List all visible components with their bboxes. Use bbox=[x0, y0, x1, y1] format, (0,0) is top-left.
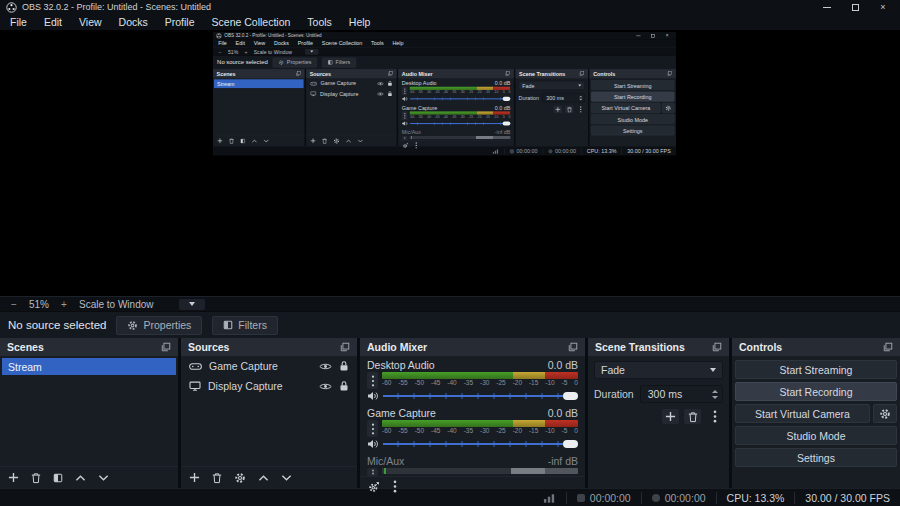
bitrate-status bbox=[487, 148, 504, 154]
channel-level: 0.0 dB bbox=[548, 407, 578, 419]
popout-icon bbox=[579, 71, 584, 76]
remove-transition-button[interactable] bbox=[684, 409, 701, 424]
channel-name: Desktop Audio bbox=[367, 359, 435, 371]
move-scene-up-button[interactable] bbox=[75, 474, 86, 482]
mixer-channel-game-capture: Game Capture 0.0 dB -60-55-50-45-40-35-3… bbox=[360, 404, 585, 450]
sources-header: Sources bbox=[181, 338, 357, 356]
menu-file[interactable]: File bbox=[10, 16, 27, 28]
cpu-label: CPU: 13.3% bbox=[727, 492, 785, 504]
source-item-display-capture: Display Capture bbox=[306, 89, 397, 99]
mixer-menu-kebab-icon[interactable] bbox=[393, 480, 397, 493]
transition-properties-kebab-icon[interactable] bbox=[706, 409, 723, 424]
menu-view[interactable]: View bbox=[79, 16, 102, 28]
spin-up-icon bbox=[712, 390, 718, 393]
duration-spinbox[interactable]: 300 ms bbox=[640, 385, 723, 403]
virtual-camera-config-button bbox=[662, 103, 674, 113]
menu-edit[interactable]: Edit bbox=[44, 16, 62, 28]
properties-button[interactable]: Properties bbox=[116, 316, 202, 335]
source-properties-button[interactable] bbox=[234, 472, 246, 484]
source-properties-button bbox=[333, 138, 339, 144]
scenes-toolbar bbox=[0, 466, 178, 488]
title-bar: OBS 32.0.2 - Profile: Untitled - Scenes:… bbox=[213, 32, 676, 39]
scene-transitions-header: Scene Transitions bbox=[588, 338, 729, 356]
source-item-game-capture[interactable]: Game Capture bbox=[181, 356, 357, 376]
scenes-list: Stream bbox=[0, 356, 178, 488]
filters-button[interactable]: Filters bbox=[212, 316, 278, 335]
virtual-camera-config-button[interactable] bbox=[873, 404, 897, 423]
channel-level: 0.0 dB bbox=[495, 80, 511, 86]
controls-header: Controls bbox=[590, 69, 676, 78]
source-item-label: Display Capture bbox=[208, 380, 283, 392]
channel-menu-button[interactable] bbox=[367, 372, 378, 389]
advanced-audio-gear-icon[interactable] bbox=[368, 481, 380, 493]
move-source-up-button[interactable] bbox=[258, 474, 269, 482]
window-title: OBS 32.0.2 - Profile: Untitled - Scenes:… bbox=[224, 33, 321, 38]
speaker-icon bbox=[402, 121, 408, 126]
title-bar: OBS 32.0.2 - Profile: Untitled - Scenes:… bbox=[0, 0, 900, 14]
audio-mixer-title: Audio Mixer bbox=[367, 341, 427, 353]
scale-mode-dropdown[interactable] bbox=[179, 299, 205, 310]
fps-label: 30.00 / 30.00 FPS bbox=[627, 148, 671, 154]
add-scene-button[interactable] bbox=[8, 472, 19, 483]
speaker-icon[interactable] bbox=[367, 391, 379, 401]
visibility-eye-icon bbox=[377, 91, 384, 96]
menu-tools[interactable]: Tools bbox=[307, 16, 332, 28]
start-virtual-camera-button[interactable]: Start Virtual Camera bbox=[735, 404, 870, 423]
mixer-channel-desktop-audio: Desktop Audio 0.0 dB -60-55-50-45-40-35-… bbox=[360, 356, 585, 402]
advanced-audio-gear-icon bbox=[402, 142, 408, 148]
duration-spin-arrows[interactable] bbox=[708, 386, 722, 402]
cpu-usage: CPU: 13.3% bbox=[717, 492, 795, 504]
channel-menu-button[interactable] bbox=[367, 420, 378, 437]
volume-slider bbox=[410, 96, 510, 101]
source-item-display-capture[interactable]: Display Capture bbox=[181, 376, 357, 396]
chevron-down-icon bbox=[710, 368, 716, 372]
scene-filters-button[interactable] bbox=[53, 473, 63, 483]
volume-slider[interactable] bbox=[383, 439, 578, 449]
close-button[interactable]: × bbox=[878, 2, 888, 12]
volume-slider[interactable] bbox=[383, 391, 578, 401]
volume-slider-handle[interactable] bbox=[563, 392, 578, 400]
preview-canvas[interactable]: OBS 32.0.2 - Profile: Untitled - Scenes:… bbox=[0, 30, 900, 296]
start-streaming-button[interactable]: Start Streaming bbox=[735, 360, 897, 379]
move-source-down-button[interactable] bbox=[281, 474, 292, 482]
dock-area: Scenes Stream Sour bbox=[213, 69, 676, 146]
menu-profile[interactable]: Profile bbox=[165, 16, 195, 28]
remove-scene-button[interactable] bbox=[31, 472, 41, 484]
remove-source-button[interactable] bbox=[212, 472, 222, 484]
studio-mode-button[interactable]: Studio Mode bbox=[735, 426, 897, 445]
menu-bar: File Edit View Docks Profile Scene Colle… bbox=[213, 39, 676, 47]
settings-button[interactable]: Settings bbox=[735, 448, 897, 467]
obs-window: OBS 32.0.2 - Profile: Untitled - Scenes:… bbox=[0, 0, 900, 506]
visibility-eye-icon[interactable] bbox=[319, 382, 332, 391]
minimize-button[interactable] bbox=[822, 2, 832, 12]
volume-slider-handle[interactable] bbox=[563, 440, 578, 448]
start-recording-button[interactable]: Start Recording bbox=[735, 382, 897, 401]
menu-scene-collection[interactable]: Scene Collection bbox=[212, 16, 291, 28]
sources-title: Sources bbox=[310, 71, 331, 77]
scenes-header: Scenes bbox=[213, 69, 305, 78]
gamepad-icon bbox=[310, 81, 317, 86]
move-scene-down-button[interactable] bbox=[98, 474, 109, 482]
add-source-button[interactable] bbox=[189, 472, 200, 483]
zoom-out-button[interactable]: − bbox=[8, 299, 20, 310]
restore-button[interactable] bbox=[850, 2, 860, 12]
popout-icon bbox=[161, 342, 171, 352]
filters-icon bbox=[328, 60, 333, 65]
visibility-eye-icon[interactable] bbox=[319, 362, 332, 371]
lock-icon[interactable] bbox=[339, 360, 349, 372]
transition-select[interactable]: Fade bbox=[594, 361, 723, 379]
menu-docks[interactable]: Docks bbox=[119, 16, 148, 28]
zoom-in-button[interactable]: + bbox=[58, 299, 70, 310]
channel-menu-button[interactable] bbox=[367, 468, 378, 476]
lock-icon[interactable] bbox=[339, 380, 349, 392]
popout-icon bbox=[340, 342, 350, 352]
sources-list: Game Capture Display Capture bbox=[306, 78, 397, 146]
speaker-icon[interactable] bbox=[367, 439, 379, 449]
scene-item-stream[interactable]: Stream bbox=[2, 358, 176, 375]
volume-meter bbox=[382, 420, 578, 427]
menu-help[interactable]: Help bbox=[349, 16, 371, 28]
obs-logo-icon bbox=[216, 33, 222, 39]
preview-zoom-bar: − 51% + Scale to Window bbox=[213, 47, 676, 55]
add-transition-button[interactable] bbox=[662, 409, 679, 424]
scale-mode-label: Scale to Window bbox=[254, 49, 292, 55]
